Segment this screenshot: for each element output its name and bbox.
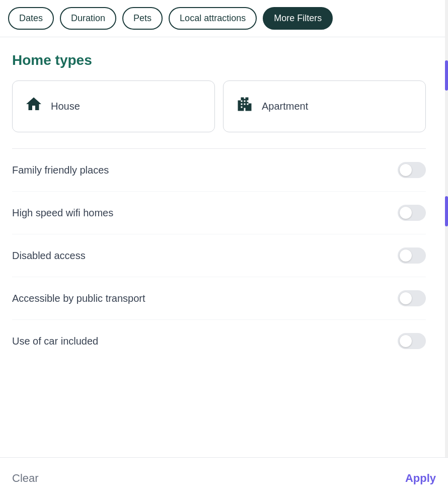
toggle-row-public-transport: Accessible by public transport — [12, 277, 426, 320]
home-types-title: Home types — [12, 52, 426, 68]
apartment-icon — [236, 95, 254, 118]
toggle-row-high-speed-wifi: High speed wifi homes — [12, 192, 426, 234]
public-transport-toggle[interactable] — [398, 290, 426, 306]
toggle-row-use-of-car: Use of car included — [12, 320, 426, 362]
family-friendly-label: Family friendly places — [12, 164, 109, 176]
toggle-row-disabled-access: Disabled access — [12, 234, 426, 277]
main-content: Home types House Apartment Family frie — [0, 37, 438, 362]
public-transport-knob — [400, 292, 412, 304]
filter-pill-local-attractions[interactable]: Local attractions — [169, 7, 257, 30]
home-type-card-house[interactable]: House — [12, 80, 215, 132]
disabled-access-label: Disabled access — [12, 250, 86, 262]
scrollbar-thumb-mid[interactable] — [445, 196, 448, 226]
bottom-action-bar: Clear Apply — [0, 457, 448, 499]
apply-button[interactable]: Apply — [405, 472, 436, 485]
toggle-row-family-friendly: Family friendly places — [12, 149, 426, 192]
filter-pill-pets[interactable]: Pets — [122, 7, 163, 30]
use-of-car-toggle[interactable] — [398, 333, 426, 349]
high-speed-wifi-knob — [400, 207, 412, 219]
public-transport-label: Accessible by public transport — [12, 293, 145, 304]
clear-button[interactable]: Clear — [12, 472, 39, 485]
family-friendly-toggle[interactable] — [398, 162, 426, 178]
toggle-list: Family friendly places High speed wifi h… — [12, 149, 426, 362]
home-type-card-apartment[interactable]: Apartment — [223, 80, 426, 132]
house-label: House — [51, 101, 80, 112]
disabled-access-toggle[interactable] — [398, 247, 426, 264]
house-icon — [25, 95, 43, 118]
use-of-car-label: Use of car included — [12, 336, 98, 347]
filter-pill-dates[interactable]: Dates — [8, 7, 54, 30]
high-speed-wifi-label: High speed wifi homes — [12, 207, 113, 219]
apartment-label: Apartment — [262, 101, 308, 112]
use-of-car-knob — [400, 335, 412, 347]
scrollbar-track — [445, 0, 448, 499]
scrollbar-thumb-top[interactable] — [445, 60, 448, 91]
home-types-row: House Apartment — [12, 80, 426, 132]
disabled-access-knob — [400, 250, 412, 262]
filter-bar: Dates Duration Pets Local attractions Mo… — [0, 0, 448, 37]
family-friendly-knob — [400, 164, 412, 176]
filter-pill-duration[interactable]: Duration — [60, 7, 116, 30]
high-speed-wifi-toggle[interactable] — [398, 205, 426, 221]
filter-pill-more-filters[interactable]: More Filters — [263, 7, 333, 30]
